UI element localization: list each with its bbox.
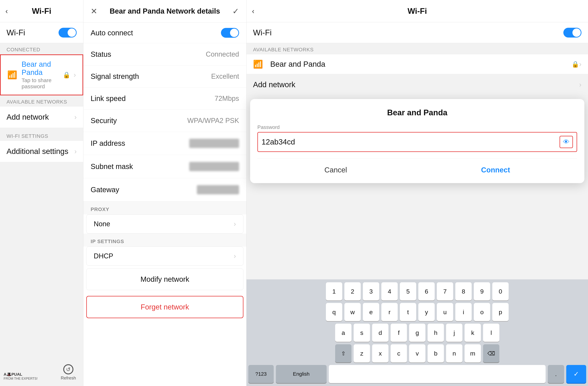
auto-connect-row: Auto connect [83, 22, 246, 43]
key-l[interactable]: l [483, 324, 499, 342]
proxy-row[interactable]: None › [86, 214, 243, 234]
middle-title: Bear and Panda Network details [110, 7, 220, 15]
right-title: Wi-Fi [407, 6, 427, 16]
signal-row: Signal strength Excellent [83, 65, 246, 87]
close-icon[interactable]: ✕ [91, 6, 97, 16]
key-k[interactable]: k [464, 324, 481, 342]
lock-icon: 🔒 [63, 71, 70, 79]
key-h[interactable]: h [428, 324, 444, 342]
right-lock-icon: 🔒 [571, 61, 579, 68]
key-backspace[interactable]: ⌫ [483, 344, 499, 363]
keyboard-bottom-row: ?123 English . ✓ [248, 365, 586, 383]
key-i[interactable]: i [455, 303, 472, 321]
additional-settings-chevron: › [74, 148, 77, 155]
key-b[interactable]: b [428, 344, 444, 363]
key-r[interactable]: r [381, 303, 398, 321]
chevron-right-icon: › [74, 71, 76, 79]
key-x[interactable]: x [372, 344, 388, 363]
refresh-label: Refresh [61, 375, 76, 381]
gateway-label: Gateway [91, 186, 119, 194]
right-network-row[interactable]: 📶 Bear and Panda 🔒 › [247, 54, 588, 74]
eye-icon-box[interactable]: 👁 [560, 136, 573, 148]
key-6[interactable]: 6 [418, 282, 435, 300]
additional-settings-row[interactable]: Additional settings › [0, 141, 83, 162]
check-icon[interactable]: ✓ [232, 6, 239, 16]
auto-connect-toggle[interactable] [221, 28, 239, 38]
key-e[interactable]: e [363, 303, 379, 321]
ip-label: IP address [91, 139, 125, 147]
key-t[interactable]: t [400, 303, 416, 321]
key-enter[interactable]: ✓ [566, 365, 586, 383]
left-panel: ‹ Wi-Fi Wi-Fi CONNECTED 📶 Bear and Panda… [0, 0, 83, 386]
key-o[interactable]: o [474, 303, 490, 321]
wifi-connected-icon: 📶 [7, 70, 17, 80]
ip-settings-row[interactable]: DHCP › [86, 247, 243, 266]
middle-header: ✕ Bear and Panda Network details ✓ [83, 0, 246, 22]
right-wifi-toggle[interactable] [563, 28, 582, 38]
key-4[interactable]: 4 [381, 282, 398, 300]
key-dot[interactable]: . [548, 365, 564, 383]
password-value: 12ab34cd [262, 138, 560, 146]
key-d[interactable]: d [372, 324, 388, 342]
modify-network-button[interactable]: Modify network [86, 269, 243, 290]
key-m[interactable]: m [464, 344, 481, 363]
proxy-chevron: › [234, 220, 236, 228]
key-s[interactable]: s [354, 324, 370, 342]
refresh-icon[interactable]: ↺ [63, 364, 73, 374]
refresh-area[interactable]: ↺ Refresh [61, 364, 76, 381]
key-u[interactable]: u [437, 303, 453, 321]
security-value: WPA/WPA2 PSK [187, 117, 239, 125]
add-network-row[interactable]: Add network › [0, 107, 83, 128]
right-available-label: AVAILABLE NETWORKS [247, 43, 588, 54]
proxy-label: None [94, 220, 110, 228]
key-shift[interactable]: ⇧ [335, 344, 352, 363]
key-2[interactable]: 2 [344, 282, 361, 300]
forget-network-button[interactable]: Forget network [86, 296, 243, 318]
key-f[interactable]: f [391, 324, 407, 342]
key-123[interactable]: ?123 [248, 365, 274, 383]
key-space[interactable] [329, 365, 546, 383]
key-9[interactable]: 9 [474, 282, 490, 300]
subnet-row: Subnet mask 255.255.255.0 [83, 155, 246, 178]
right-back-icon[interactable]: ‹ [252, 7, 254, 15]
connected-network-row[interactable]: 📶 Bear and Panda Tap to share password 🔒… [0, 54, 83, 95]
key-n[interactable]: n [446, 344, 462, 363]
key-c[interactable]: c [391, 344, 407, 363]
key-z[interactable]: z [354, 344, 370, 363]
signal-label: Signal strength [91, 72, 139, 81]
key-0[interactable]: 0 [492, 282, 509, 300]
key-p[interactable]: p [492, 303, 509, 321]
connected-network-subtitle: Tap to share password [21, 77, 63, 89]
gateway-value: 192.168.1.1 [197, 185, 239, 194]
back-icon[interactable]: ‹ [5, 7, 8, 15]
key-v[interactable]: v [409, 344, 425, 363]
wifi-toggle[interactable] [59, 28, 77, 38]
right-network-name: Bear and Panda [267, 60, 571, 68]
key-w[interactable]: w [344, 303, 361, 321]
connect-button[interactable]: Connect [474, 164, 517, 176]
password-label: Password [257, 124, 577, 130]
key-3[interactable]: 3 [363, 282, 379, 300]
right-add-network-row[interactable]: Add network › [247, 74, 588, 95]
right-network-chevron: › [579, 60, 582, 68]
password-input-row[interactable]: 12ab34cd 👁 [257, 132, 577, 152]
status-label: Status [91, 50, 111, 58]
key-language[interactable]: English [276, 365, 327, 383]
key-q[interactable]: q [326, 303, 342, 321]
eye-icon[interactable]: 👁 [563, 138, 569, 146]
key-j[interactable]: j [446, 324, 462, 342]
security-row: Security WPA/WPA2 PSK [83, 110, 246, 132]
password-dialog: Bear and Panda Password 12ab34cd 👁 Cance… [250, 99, 584, 183]
key-y[interactable]: y [418, 303, 435, 321]
status-value: Connected [206, 50, 239, 58]
key-1[interactable]: 1 [326, 282, 342, 300]
key-7[interactable]: 7 [437, 282, 453, 300]
right-add-network-label: Add network [253, 80, 295, 89]
cancel-button[interactable]: Cancel [317, 164, 354, 176]
key-5[interactable]: 5 [400, 282, 416, 300]
key-a[interactable]: a [335, 324, 352, 342]
key-g[interactable]: g [409, 324, 425, 342]
left-title: Wi-Fi [32, 6, 51, 16]
gateway-row: Gateway 192.168.1.1 [83, 178, 246, 201]
key-8[interactable]: 8 [455, 282, 472, 300]
